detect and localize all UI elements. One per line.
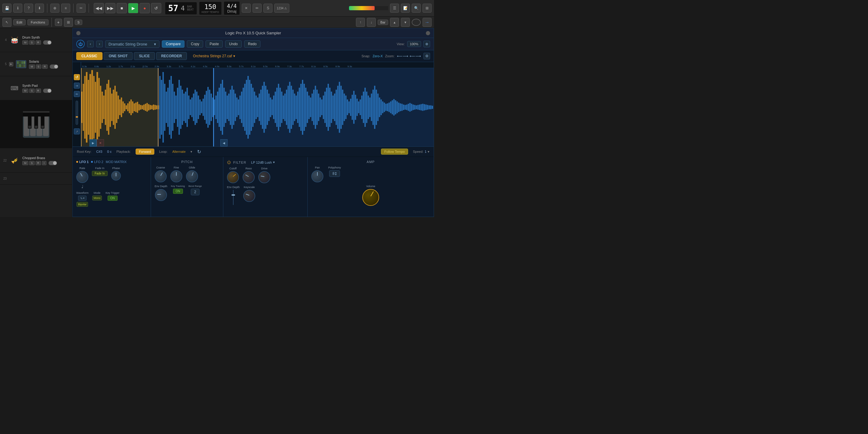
filter-cutoff-knob[interactable]: [227, 171, 239, 183]
qs-settings-button[interactable]: ⚙: [424, 53, 430, 59]
track-toggle-sp[interactable]: [43, 89, 52, 93]
cents-value[interactable]: 0 c: [107, 150, 112, 153]
wf-loop-arrow[interactable]: ◀: [220, 139, 227, 147]
help-button[interactable]: ?: [24, 4, 33, 13]
wf-clear-button[interactable]: ✕: [97, 139, 104, 147]
track-mute-5[interactable]: M: [29, 64, 35, 69]
pencil-button[interactable]: ✏: [253, 4, 261, 13]
download-button[interactable]: ⬇: [35, 4, 44, 13]
filter-power-button[interactable]: ⏻: [227, 160, 231, 164]
qs-compare-button[interactable]: Compare: [162, 40, 184, 48]
amp-volume-knob[interactable]: [362, 189, 379, 206]
qs-preset-selector[interactable]: Dramatic String Drone ▾: [105, 40, 159, 48]
down-arrow-button[interactable]: ↓: [367, 18, 376, 27]
qs-link-button[interactable]: ⊗: [424, 41, 430, 47]
browser-button[interactable]: ⊞: [423, 4, 432, 13]
filter-drive-knob[interactable]: [258, 171, 270, 183]
lfo-phase-knob[interactable]: [111, 171, 121, 181]
track-item-drum-synth[interactable]: 4 🥁 Drum Synth M S R: [0, 28, 72, 52]
mod-matrix-tab[interactable]: MOD MATRIX: [106, 160, 127, 164]
lfo-fade-value[interactable]: Fade In: [92, 171, 107, 176]
qs-paste-button[interactable]: Paste: [206, 40, 223, 48]
root-key-value[interactable]: C#3: [96, 150, 102, 153]
qs-zoom-width-icon[interactable]: ⟵⟶: [410, 54, 421, 59]
track-mute-4[interactable]: M: [22, 40, 28, 44]
track-record-22[interactable]: R: [36, 161, 41, 165]
playback-value[interactable]: Forward: [135, 149, 154, 155]
track-mute-22[interactable]: M: [22, 161, 28, 165]
wf-level-fader[interactable]: [76, 101, 78, 125]
lfo-waveform-selector[interactable]: ∿▾: [78, 195, 87, 201]
wf-forward-tool[interactable]: ⇒: [74, 83, 80, 89]
cpu-button[interactable]: ⊕: [50, 4, 59, 13]
s-button[interactable]: S: [264, 4, 273, 13]
qs-minimize-button[interactable]: [426, 31, 430, 35]
rewind-button[interactable]: ◀◀: [94, 3, 104, 13]
note-button[interactable]: 📝: [401, 4, 410, 13]
track-item-23[interactable]: 23: [0, 173, 72, 185]
pitch-coarse-knob[interactable]: [155, 170, 167, 182]
tempo-display[interactable]: 150 KEEP TEMPO: [199, 1, 222, 15]
midi-button[interactable]: 1234 ⚠: [274, 4, 289, 13]
cursor-button[interactable]: ↖: [2, 18, 11, 27]
position-display[interactable]: 57 4 BAR BEAT: [165, 2, 197, 15]
track-toggle-22[interactable]: [49, 161, 57, 165]
loop-value[interactable]: Alternate: [173, 150, 186, 153]
speed-value[interactable]: 1: [425, 150, 427, 153]
right-arrow-button[interactable]: →: [423, 18, 432, 27]
track-toggle-4[interactable]: [43, 40, 52, 44]
pitch-key-tracking-value[interactable]: ON: [173, 189, 183, 194]
track-input-22[interactable]: I: [42, 161, 46, 165]
qs-redo-button[interactable]: Redo: [244, 40, 261, 48]
track-icon-button[interactable]: ⊞: [64, 18, 73, 27]
pitch-glide-knob[interactable]: [186, 170, 198, 182]
pitch-bend-range-value[interactable]: 2: [191, 189, 199, 195]
amp-polyphony-value[interactable]: 8 ▴▾: [329, 170, 340, 177]
up-arrow-button[interactable]: ↑: [356, 18, 365, 27]
qs-view-value[interactable]: 100%: [407, 41, 421, 47]
track-record-5[interactable]: R: [42, 64, 48, 69]
lfo-mode-value[interactable]: Mono: [92, 195, 102, 200]
edit-menu[interactable]: Edit: [13, 19, 26, 25]
lfo1-tab[interactable]: LFO 1: [76, 160, 89, 164]
stop-button[interactable]: ■: [117, 3, 127, 13]
save-button[interactable]: 💾: [2, 4, 11, 13]
follow-tempo-button[interactable]: Follow Tempo: [381, 149, 408, 155]
search-button[interactable]: 🔍: [412, 4, 421, 13]
loop-icon-button[interactable]: ↻: [197, 149, 201, 155]
track-solo-sp[interactable]: S: [29, 89, 35, 93]
wf-pencil-tool[interactable]: ✏: [74, 91, 80, 97]
track-item-synth-pad[interactable]: ⌨ Synth Pad M S R: [0, 76, 72, 100]
track-solo-5[interactable]: S: [36, 64, 41, 69]
functions-menu[interactable]: Functions: [27, 19, 49, 25]
lfo-rate-knob[interactable]: [76, 171, 88, 183]
filter-reso-knob[interactable]: [243, 171, 255, 183]
wf-loop-tool[interactable]: ↺: [74, 74, 80, 80]
record-button[interactable]: ●: [140, 3, 150, 13]
filter-type-selector[interactable]: LP 12dB Lush ▾: [251, 160, 275, 164]
qs-mode-one-shot[interactable]: ONE SHOT: [104, 52, 133, 60]
mix-button[interactable]: ≡: [61, 4, 70, 13]
track-item-solaris[interactable]: 5 ▶ Solaris M S R: [0, 52, 72, 76]
track-record-sp[interactable]: R: [36, 89, 41, 93]
qs-nav-prev[interactable]: ‹: [87, 41, 94, 47]
qs-copy-button[interactable]: Copy: [187, 40, 203, 48]
lfo-key-trigger-value[interactable]: ON: [107, 195, 118, 201]
qs-file-selector[interactable]: Orchestra Strings 27.caf ▾: [193, 54, 235, 58]
wf-arrow-tool[interactable]: ↗: [74, 128, 80, 134]
filter-keyscale-knob[interactable]: [243, 190, 255, 202]
qs-power-button[interactable]: ⏻: [76, 40, 85, 48]
bar-up-button[interactable]: ▴: [390, 18, 399, 27]
track-solo-4[interactable]: S: [29, 40, 35, 44]
track-record-4[interactable]: R: [36, 40, 41, 44]
bar-down-button[interactable]: ▾: [401, 18, 410, 27]
track-play-5[interactable]: ▶: [9, 62, 13, 66]
time-sig-display[interactable]: 4/4 Dmaj: [224, 1, 240, 15]
scissors-button[interactable]: ✂: [76, 4, 86, 13]
cycle-button[interactable]: ↺: [151, 3, 161, 13]
fast-forward-button[interactable]: ▶▶: [105, 3, 116, 13]
add-track-button[interactable]: +: [55, 19, 62, 26]
qs-snap-value[interactable]: Zero-X: [373, 54, 383, 58]
track-mute-sp[interactable]: M: [22, 89, 28, 93]
lfo-waveform-value[interactable]: Bipolar: [76, 202, 88, 207]
